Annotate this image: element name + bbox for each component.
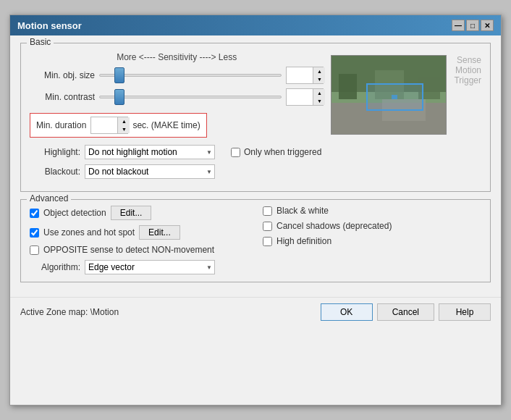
help-button[interactable]: Help xyxy=(439,303,491,321)
min-contrast-label: Min. contrast xyxy=(30,92,95,102)
highlight-select[interactable]: Do not highlight motion Highlight motion… xyxy=(85,145,215,159)
blackout-select-wrapper: Do not blackout Blackout when triggered xyxy=(85,164,215,179)
active-zone-map: Active Zone map: \Motion xyxy=(20,307,119,317)
close-button[interactable]: ✕ xyxy=(481,20,494,31)
use-zones-label: Use zones and hot spot xyxy=(43,227,135,238)
algorithm-label: Algorithm: xyxy=(30,262,80,272)
black-white-checkbox[interactable] xyxy=(263,206,272,216)
object-detection-edit-btn[interactable]: Edit... xyxy=(111,206,152,220)
min-contrast-row: Min. contrast 20 ▲ ▼ xyxy=(30,88,324,106)
highlight-select-wrapper: Do not highlight motion Highlight motion… xyxy=(85,145,215,159)
min-contrast-up[interactable]: ▲ xyxy=(313,89,325,97)
min-obj-size-label: Min. obj. size xyxy=(30,70,95,80)
min-obj-size-thumb[interactable] xyxy=(114,67,124,83)
object-detection-label: Object detection xyxy=(43,208,106,218)
footer-buttons: OK Cancel Help xyxy=(321,303,491,321)
only-when-triggered-row: Only when triggered xyxy=(231,147,321,157)
side-labels: Sense Motion Trigger xyxy=(449,55,481,85)
advanced-group-label: Advanced xyxy=(27,193,71,203)
min-obj-size-input-group: 200 ▲ ▼ xyxy=(286,67,324,84)
advanced-group: Advanced Object detection Edit... Use zo… xyxy=(20,199,491,282)
min-contrast-track[interactable] xyxy=(99,96,282,98)
min-obj-size-spinner: ▲ ▼ xyxy=(313,67,325,83)
min-duration-unit: sec. (MAKE time) xyxy=(132,120,200,130)
min-duration-wrapper: Min. duration 0.3 ▲ ▼ sec. (MAKE time) xyxy=(30,110,324,138)
basic-content: More <---- Sensitivity ----> Less Min. o… xyxy=(30,49,481,138)
opposite-sense-checkbox[interactable] xyxy=(30,245,39,255)
algorithm-select[interactable]: Edge vector Pixel comparison Background … xyxy=(85,260,215,274)
min-duration-up[interactable]: ▲ xyxy=(118,117,130,125)
minimize-button[interactable]: — xyxy=(452,20,465,31)
footer: Active Zone map: \Motion OK Cancel Help xyxy=(10,297,501,328)
camera-section: Sense Motion Trigger xyxy=(331,55,481,138)
min-contrast-spinner: ▲ ▼ xyxy=(313,89,325,105)
opposite-sense-label: OPPOSITE sense to detect NON-movement xyxy=(43,245,214,255)
sense-tab[interactable]: Sense xyxy=(457,55,481,65)
min-obj-size-track[interactable] xyxy=(99,74,282,77)
min-contrast-down[interactable]: ▼ xyxy=(313,97,325,105)
only-when-triggered-checkbox[interactable] xyxy=(231,148,240,157)
blackout-row: Blackout: Do not blackout Blackout when … xyxy=(30,164,481,179)
min-duration-label: Min. duration xyxy=(36,120,86,130)
black-white-row: Black & white xyxy=(263,206,481,216)
object-detection-checkbox[interactable] xyxy=(30,209,39,218)
basic-left: More <---- Sensitivity ----> Less Min. o… xyxy=(30,49,324,138)
high-definition-checkbox[interactable] xyxy=(263,237,272,246)
cancel-button[interactable]: Cancel xyxy=(377,303,434,321)
basic-group-label: Basic xyxy=(27,37,54,47)
camera-preview xyxy=(331,55,447,135)
title-bar-buttons: — □ ✕ xyxy=(452,20,494,31)
highlight-label: Highlight: xyxy=(30,147,80,157)
min-duration-input-group: 0.3 ▲ ▼ xyxy=(90,117,128,134)
min-duration-spinner: ▲ ▼ xyxy=(117,117,130,133)
min-contrast-thumb[interactable] xyxy=(114,89,124,105)
min-duration-down[interactable]: ▼ xyxy=(118,125,130,133)
trigger-tab[interactable]: Trigger xyxy=(454,75,481,85)
use-zones-edit-btn[interactable]: Edit... xyxy=(139,225,180,240)
high-definition-label: High definition xyxy=(276,236,331,246)
min-duration-row: Min. duration 0.3 ▲ ▼ sec. (MAKE time) xyxy=(30,113,207,138)
title-bar: Motion sensor — □ ✕ xyxy=(10,15,501,35)
min-obj-size-up[interactable]: ▲ xyxy=(313,67,325,75)
opposite-sense-row: OPPOSITE sense to detect NON-movement xyxy=(30,245,248,255)
use-zones-row: Use zones and hot spot Edit... xyxy=(30,225,248,240)
active-zone-map-value: \Motion xyxy=(90,307,119,317)
maximize-button[interactable]: □ xyxy=(466,20,479,31)
cancel-shadows-checkbox[interactable] xyxy=(263,222,272,231)
advanced-right: Black & white Cancel shadows (deprecated… xyxy=(263,206,481,274)
motion-tab[interactable]: Motion xyxy=(455,65,481,75)
advanced-left: Object detection Edit... Use zones and h… xyxy=(30,206,248,274)
dialog-content: Basic More <---- Sensitivity ----> Less … xyxy=(10,35,501,297)
sensitivity-label: More <---- Sensitivity ----> Less xyxy=(30,52,324,62)
min-duration-input[interactable]: 0.3 xyxy=(91,119,117,131)
black-white-label: Black & white xyxy=(276,206,329,216)
min-obj-size-down[interactable]: ▼ xyxy=(313,75,325,83)
cancel-shadows-label: Cancel shadows (deprecated) xyxy=(276,221,392,231)
blackout-select[interactable]: Do not blackout Blackout when triggered xyxy=(85,164,215,179)
ok-button[interactable]: OK xyxy=(321,303,373,321)
min-obj-size-input[interactable]: 200 xyxy=(287,70,313,81)
use-zones-checkbox[interactable] xyxy=(30,228,39,238)
high-definition-row: High definition xyxy=(263,236,481,246)
svg-rect-4 xyxy=(339,74,357,99)
blackout-label: Blackout: xyxy=(30,167,80,177)
detection-box xyxy=(366,83,423,111)
detection-center xyxy=(392,95,397,99)
min-obj-size-row: Min. obj. size 200 ▲ ▼ xyxy=(30,67,324,84)
algorithm-row: Algorithm: Edge vector Pixel comparison … xyxy=(30,260,248,274)
cancel-shadows-row: Cancel shadows (deprecated) xyxy=(263,221,481,231)
min-contrast-input[interactable]: 20 xyxy=(287,91,313,103)
motion-sensor-dialog: Motion sensor — □ ✕ Basic More <---- Sen… xyxy=(9,14,502,406)
active-zone-map-label: Active Zone map: xyxy=(20,307,88,317)
highlight-row: Highlight: Do not highlight motion Highl… xyxy=(30,145,481,159)
basic-group: Basic More <---- Sensitivity ----> Less … xyxy=(20,43,491,192)
algorithm-select-wrapper: Edge vector Pixel comparison Background … xyxy=(85,260,215,274)
min-contrast-input-group: 20 ▲ ▼ xyxy=(286,88,324,106)
object-detection-row: Object detection Edit... xyxy=(30,206,248,220)
advanced-grid: Object detection Edit... Use zones and h… xyxy=(30,206,481,274)
only-when-triggered-label: Only when triggered xyxy=(244,147,321,157)
dialog-title: Motion sensor xyxy=(17,20,82,31)
